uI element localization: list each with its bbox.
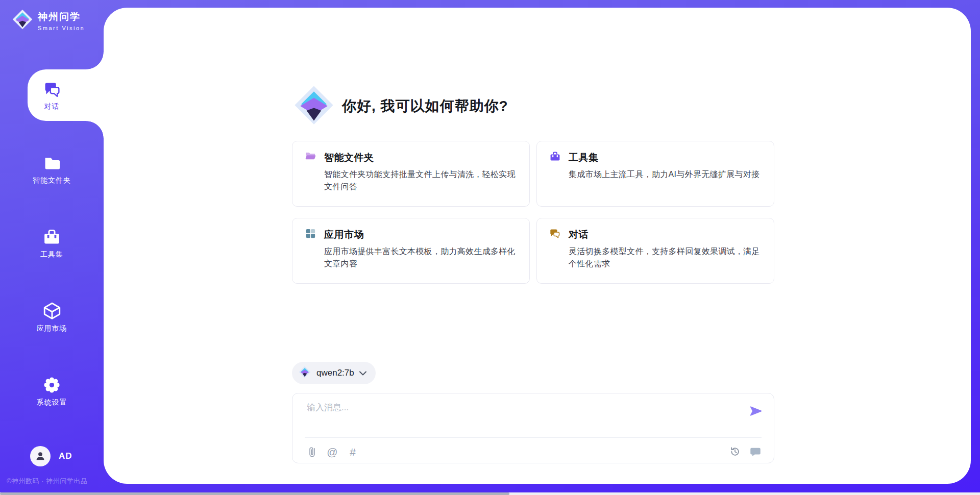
- chat-bubble-icon[interactable]: [749, 445, 762, 458]
- welcome-header: 你好, 我可以如何帮助你?: [292, 83, 508, 129]
- sidebar-item-settings[interactable]: 系统设置: [0, 365, 104, 417]
- sidebar-item-label: 智能文件夹: [33, 176, 71, 185]
- card-description: 集成市场上主流工具，助力AI与外界无缝扩展与对接: [569, 168, 762, 181]
- sidebar-item-label: 系统设置: [37, 398, 67, 407]
- gear-icon: [42, 375, 61, 394]
- send-icon[interactable]: [748, 404, 763, 418]
- message-input[interactable]: [307, 402, 746, 431]
- logo-subtitle: Smart Vision: [38, 25, 85, 31]
- card-chat[interactable]: 对话 灵活切换多模型文件，支持多样回复效果调试，满足个性化需求: [536, 218, 774, 284]
- shortcut-cards: 智能文件夹 智能文件夹功能支持批量文件上传与清洗，轻松实现文件问答 工具集: [292, 141, 774, 284]
- logo-title: 神州问学: [38, 10, 85, 23]
- avatar: [30, 446, 51, 466]
- model-selector[interactable]: qwen2:7b: [292, 362, 376, 384]
- app-logo: 神州问学 Smart Vision: [11, 8, 85, 33]
- grid-icon: [305, 228, 316, 241]
- scrollbar-thumb[interactable]: [0, 492, 509, 495]
- sidebar-item-chat[interactable]: 对话: [0, 69, 104, 121]
- card-title: 智能文件夹: [324, 151, 374, 164]
- composer-divider: [305, 437, 762, 438]
- chat-bubbles-icon: [549, 228, 561, 241]
- sidebar-nav: 对话 智能文件夹: [0, 69, 104, 417]
- folder-open-icon: [305, 151, 316, 164]
- sidebar-item-label: 对话: [44, 102, 60, 111]
- greeting-title: 你好, 我可以如何帮助你?: [342, 96, 508, 116]
- card-title: 工具集: [569, 151, 599, 164]
- sidebar-item-app-market[interactable]: 应用市场: [0, 291, 104, 343]
- history-icon[interactable]: [729, 445, 741, 458]
- copyright-text: ©神州数码 · 神州问学出品: [7, 477, 87, 486]
- message-composer: @ #: [292, 393, 774, 463]
- gem-logo-icon: [11, 8, 34, 33]
- card-description: 灵活切换多模型文件，支持多样回复效果调试，满足个性化需求: [569, 245, 762, 270]
- gem-logo-icon: [292, 83, 336, 129]
- chat-bubbles-icon: [42, 79, 61, 98]
- model-name: qwen2:7b: [316, 368, 354, 378]
- folder-icon: [42, 153, 61, 172]
- person-icon: [34, 450, 47, 463]
- card-app-market[interactable]: 应用市场 应用市场提供丰富长文本模板，助力高效生成多样化文章内容: [292, 218, 530, 284]
- sidebar-item-smart-folder[interactable]: 智能文件夹: [0, 143, 104, 195]
- main-content: 你好, 我可以如何帮助你? 智能文件夹 智能文件夹功能支持批量文件上传与清洗，轻…: [104, 8, 971, 484]
- cube-icon: [42, 301, 62, 320]
- sidebar-item-toolbox[interactable]: 工具集: [0, 217, 104, 269]
- card-description: 智能文件夹功能支持批量文件上传与清洗，轻松实现文件问答: [324, 168, 517, 193]
- card-title: 对话: [569, 228, 589, 241]
- hash-icon[interactable]: #: [347, 445, 359, 458]
- sidebar-item-label: 工具集: [40, 250, 63, 259]
- sidebar: 神州问学 Smart Vision 对话 智能文件夹: [0, 0, 104, 495]
- chevron-down-icon: [359, 368, 366, 378]
- toolbox-icon: [42, 227, 61, 246]
- composer-toolbar: @ #: [306, 443, 762, 460]
- card-title: 应用市场: [324, 228, 364, 241]
- card-toolbox[interactable]: 工具集 集成市场上主流工具，助力AI与外界无缝扩展与对接: [536, 141, 774, 207]
- active-pill: [28, 69, 104, 121]
- user-profile[interactable]: AD: [30, 446, 72, 466]
- mention-icon[interactable]: @: [326, 445, 338, 458]
- sidebar-item-label: 应用市场: [37, 324, 67, 333]
- card-description: 应用市场提供丰富长文本模板，助力高效生成多样化文章内容: [324, 245, 517, 270]
- paperclip-icon[interactable]: [306, 445, 318, 458]
- user-initials: AD: [59, 451, 72, 461]
- toolbox-icon: [549, 151, 561, 164]
- horizontal-scrollbar: [0, 492, 980, 495]
- card-smart-folder[interactable]: 智能文件夹 智能文件夹功能支持批量文件上传与清洗，轻松实现文件问答: [292, 141, 530, 207]
- gem-logo-icon: [298, 365, 311, 381]
